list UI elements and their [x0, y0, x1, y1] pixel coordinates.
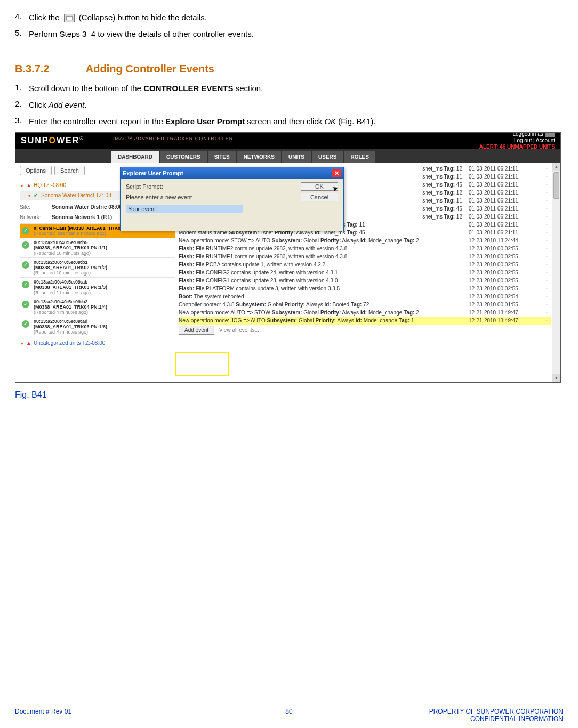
event-text: Controller booted: 4.3.8 Subsystem: Glob…	[179, 302, 469, 308]
alert-banner[interactable]: ALERT: 46 UNMAPPED UNITS	[479, 144, 555, 150]
check-icon: ✓	[22, 301, 29, 308]
expand-icon[interactable]: ▫	[543, 230, 551, 236]
event-row: New operation mode: STOW => AUTO Subsyst…	[179, 237, 551, 245]
unit-item[interactable]: ✓00:13:a2:00:40:5e:09:ab(M0338_AREA01_TR…	[20, 277, 175, 297]
event-timestamp: 12-21-2010 13:49:47	[469, 310, 543, 316]
tab-units[interactable]: UNITS	[282, 151, 311, 163]
tab-sites[interactable]: SITES	[208, 151, 236, 163]
expand-icon[interactable]: ▫	[543, 286, 551, 292]
unit-item[interactable]: ✓00:13:a2:00:40:5e:09:b1(M0338_AREA01_TR…	[20, 257, 175, 277]
account-link[interactable]: Account	[536, 137, 555, 143]
check-icon: ✓	[22, 261, 29, 269]
event-row: Boot: The system rebooted12-23-2010 00:0…	[179, 293, 551, 301]
tab-users[interactable]: USERS	[312, 151, 343, 163]
expand-icon[interactable]: ▫	[543, 238, 551, 244]
check-icon: ✓	[22, 241, 29, 249]
tab-customers[interactable]: CUSTOMERS	[160, 151, 207, 163]
event-row: Flash: File PCBA contains update 1, writ…	[179, 261, 551, 269]
text: Enter the controller event report in the	[29, 117, 165, 126]
expand-icon[interactable]: ▫	[543, 174, 551, 180]
expand-icon[interactable]: ▫	[543, 270, 551, 276]
event-timestamp: 01-03-2011 06:21:11	[469, 174, 543, 180]
event-text: New operation mode: STOW => AUTO Subsyst…	[179, 238, 469, 244]
unit-reported: (Reported 4 minutes ago)	[34, 329, 173, 335]
scroll-up-icon[interactable]: ▴	[552, 163, 560, 171]
event-input[interactable]	[126, 205, 243, 213]
expand-icon[interactable]: ▫	[543, 190, 551, 196]
event-timestamp: 01-03-2011 06:21:11	[469, 166, 543, 172]
figure-caption: Fig. B41	[15, 390, 563, 400]
scroll-thumb[interactable]	[553, 172, 559, 199]
options-button[interactable]: Options	[20, 166, 52, 175]
event-timestamp: 01-03-2011 06:21:11	[469, 214, 543, 220]
expand-icon[interactable]: ▫	[543, 278, 551, 284]
text: screen and then click	[245, 117, 324, 126]
cancel-button[interactable]: Cancel	[301, 193, 338, 201]
chevron-right-icon: ▸	[21, 183, 26, 188]
scrollbar[interactable]: ▴ ▾	[552, 163, 560, 382]
event-text: New operation mode: AUTO => STOW Subsyst…	[179, 310, 469, 316]
ok-button[interactable]: OK ➤	[301, 182, 338, 191]
check-icon: ✓	[22, 281, 29, 288]
step-num: 3.	[15, 116, 29, 127]
logo-text: WER	[57, 136, 79, 145]
prompt-dialog: Explorer User Prompt ✕ Script Prompt: Pl…	[120, 167, 344, 231]
expand-icon[interactable]: ▫	[543, 302, 551, 308]
events-list: Modem status frame Subsystem: Tsnet Prio…	[179, 221, 551, 325]
step-text: Click Add event.	[29, 99, 563, 110]
text: (Collapse) button to hide the details.	[79, 13, 207, 22]
scroll-down-icon[interactable]: ▾	[552, 374, 560, 382]
event-timestamp: 12-23-2010 00:02:54	[469, 294, 543, 300]
event-actions: Add event View all events...	[179, 325, 551, 335]
unit-sub: (M0338_AREA01_TRK04 PN:1/4)	[34, 304, 173, 310]
event-row: Controller booted: 4.3.8 Subsystem: Glob…	[179, 301, 551, 309]
unit-mac: 00:13:a2:00:40:5e:09:b2	[34, 299, 173, 304]
section-number: B.3.7.2	[15, 63, 83, 75]
close-icon[interactable]: ✕	[332, 169, 341, 177]
expand-icon[interactable]: ▫	[543, 166, 551, 172]
expand-icon[interactable]: ▫	[543, 214, 551, 220]
expand-icon[interactable]: ▫	[543, 222, 551, 228]
check-icon: ✓	[22, 320, 29, 328]
tab-roles[interactable]: ROLES	[344, 151, 375, 163]
event-timestamp: 01-03-2011 06:21:11	[469, 222, 543, 228]
expand-icon[interactable]: ▫	[543, 318, 551, 323]
text-bold: Explore User Prompt	[165, 117, 245, 126]
app-header: SUNPOWER® Logged in as user Log out | Ac…	[15, 133, 560, 149]
unit-list: ✓0: Center-East (M0338_AREA01_TRK05 PN:1…	[20, 223, 175, 336]
expand-icon[interactable]: ▫	[543, 246, 551, 252]
expand-icon[interactable]: ▫	[543, 310, 551, 316]
search-button[interactable]: Search	[54, 166, 85, 175]
view-all-link[interactable]: View all events...	[219, 327, 259, 333]
expand-icon[interactable]: ▫	[543, 198, 551, 204]
tab-dashboard[interactable]: DASHBOARD	[111, 151, 159, 163]
event-text: New operation mode: JOG => AUTO Subsyste…	[179, 318, 469, 323]
unit-item[interactable]: ✓00:13:a2:00:40:5e:09:b2(M0338_AREA01_TR…	[20, 297, 175, 317]
logout-link[interactable]: Log out	[514, 137, 532, 143]
expand-icon[interactable]: ▫	[543, 182, 551, 188]
expand-icon[interactable]: ▫	[543, 294, 551, 300]
expand-icon[interactable]: ▫	[543, 206, 551, 212]
step-text: Click the (Collapse) button to hide the …	[29, 12, 563, 23]
event-row: Flash: File PLATFORM contains update 3, …	[179, 285, 551, 293]
site-label: Site:	[20, 204, 52, 210]
unit-item[interactable]: ✓00:13:a2:00:40:5e:09:ad(M0338_AREA01_TR…	[20, 317, 175, 336]
expand-icon[interactable]: ▫	[543, 254, 551, 260]
tab-networks[interactable]: NETWORKS	[237, 151, 281, 163]
event-timestamp: 01-03-2011 06:21:11	[469, 182, 543, 188]
tree-uncat[interactable]: ▸ ▲ Uncategorized units TZ:-08:00	[20, 338, 175, 347]
expand-icon[interactable]: ▫	[543, 262, 551, 268]
unit-mac: 00:13:a2:00:40:5e:09:ad	[34, 319, 173, 324]
unit-item[interactable]: ✓00:13:a2:00:40:5e:09:b5(M0338_AREA01_TR…	[20, 238, 175, 257]
event-timestamp: 01-03-2011 06:21:11	[469, 206, 543, 212]
add-event-button[interactable]: Add event	[179, 326, 214, 335]
figure-screenshot: SUNPOWER® Logged in as user Log out | Ac…	[15, 132, 561, 383]
event-timestamp: 01-03-2011 06:21:11	[469, 198, 543, 204]
event-timestamp: 12-21-2010 13:49:47	[469, 318, 543, 323]
event-timestamp: 01-03-2011 06:21:11	[469, 230, 543, 236]
logo: SUNPOWER®	[21, 136, 84, 145]
event-row: Flash: File CONFIG1 contains update 23, …	[179, 277, 551, 285]
dialog-titlebar[interactable]: Explorer User Prompt ✕	[121, 167, 343, 179]
network-value: Sonoma Network 1 (P.1)	[52, 214, 112, 220]
ok-label: OK	[315, 183, 324, 190]
